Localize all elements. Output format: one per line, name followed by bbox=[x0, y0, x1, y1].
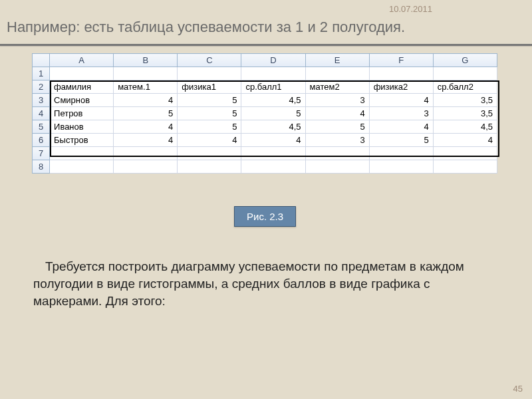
excel-table: A B C D E F G 1 2 фамилия матем.1 физика… bbox=[32, 53, 497, 174]
cell[interactable] bbox=[50, 147, 114, 160]
cell[interactable]: Быстров bbox=[50, 134, 114, 147]
table-row: 7 bbox=[33, 147, 497, 160]
cell[interactable] bbox=[178, 67, 241, 80]
table-row: 5 Иванов 4 5 4,5 5 4 4,5 bbox=[33, 120, 497, 134]
cell[interactable]: 4 bbox=[178, 134, 241, 147]
cell[interactable]: 5 bbox=[178, 120, 241, 134]
cell[interactable]: 4 bbox=[369, 120, 433, 134]
cell[interactable]: 3,5 bbox=[433, 94, 497, 107]
row-number[interactable]: 3 bbox=[33, 94, 50, 107]
cell[interactable]: Иванов bbox=[50, 120, 114, 134]
cell[interactable]: 3 bbox=[369, 107, 433, 120]
cell[interactable]: 4 bbox=[114, 94, 178, 107]
cell[interactable]: 4 bbox=[369, 94, 433, 107]
slide-date: 10.07.2011 bbox=[389, 4, 432, 14]
cell[interactable] bbox=[178, 160, 241, 174]
row-number[interactable]: 4 bbox=[33, 107, 50, 120]
cell[interactable] bbox=[369, 67, 433, 80]
cell[interactable]: 4 bbox=[114, 134, 178, 147]
cell[interactable] bbox=[178, 147, 241, 160]
cell[interactable]: 5 bbox=[178, 94, 241, 107]
cell[interactable]: 4,5 bbox=[241, 94, 305, 107]
cell[interactable]: 3,5 bbox=[433, 107, 497, 120]
row-number[interactable]: 5 bbox=[33, 120, 50, 134]
cell[interactable] bbox=[305, 147, 369, 160]
cell[interactable]: 3 bbox=[305, 134, 369, 147]
cell[interactable]: 5 bbox=[241, 107, 305, 120]
row-number[interactable]: 6 bbox=[33, 134, 50, 147]
cell[interactable]: 5 bbox=[369, 134, 433, 147]
col-header[interactable]: D bbox=[241, 54, 305, 67]
row-number[interactable]: 8 bbox=[33, 160, 50, 174]
cell[interactable] bbox=[305, 160, 369, 174]
page-number: 45 bbox=[513, 384, 523, 394]
cell[interactable] bbox=[241, 67, 305, 80]
cell[interactable]: физика2 bbox=[369, 80, 433, 94]
cell[interactable] bbox=[369, 160, 433, 174]
col-header[interactable]: G bbox=[433, 54, 497, 67]
cell[interactable] bbox=[241, 160, 305, 174]
table-row: 2 фамилия матем.1 физика1 ср.балл1 матем… bbox=[33, 80, 497, 94]
cell[interactable]: 4 bbox=[241, 134, 305, 147]
table-row: 1 bbox=[33, 67, 497, 80]
row-number[interactable]: 1 bbox=[33, 67, 50, 80]
cell[interactable]: 5 bbox=[114, 107, 178, 120]
col-header[interactable]: C bbox=[178, 54, 241, 67]
col-header[interactable]: B bbox=[114, 54, 178, 67]
col-header[interactable]: F bbox=[369, 54, 433, 67]
cell[interactable] bbox=[433, 147, 497, 160]
cell[interactable] bbox=[114, 160, 178, 174]
cell[interactable] bbox=[369, 147, 433, 160]
cell[interactable]: ср.балл1 bbox=[241, 80, 305, 94]
cell[interactable]: 5 bbox=[178, 107, 241, 120]
cell[interactable]: Смирнов bbox=[50, 94, 114, 107]
cell[interactable]: матем.1 bbox=[114, 80, 178, 94]
table-row: 3 Смирнов 4 5 4,5 3 4 3,5 bbox=[33, 94, 497, 107]
cell[interactable]: 4 bbox=[114, 120, 178, 134]
cell[interactable]: физика1 bbox=[178, 80, 241, 94]
table-row: 4 Петров 5 5 5 4 3 3,5 bbox=[33, 107, 497, 120]
body-text: Требуется построить диаграмму успеваемос… bbox=[33, 258, 472, 310]
cell[interactable]: 4,5 bbox=[433, 120, 497, 134]
cell[interactable]: 5 bbox=[305, 120, 369, 134]
table-row: 6 Быстров 4 4 4 3 5 4 bbox=[33, 134, 497, 147]
figure-caption: Рис. 2.3 bbox=[234, 206, 296, 227]
cell[interactable]: Петров bbox=[50, 107, 114, 120]
cell[interactable]: ср.балл2 bbox=[433, 80, 497, 94]
cell[interactable]: фамилия bbox=[50, 80, 114, 94]
cell[interactable]: 3 bbox=[305, 94, 369, 107]
cell[interactable]: 4 bbox=[433, 134, 497, 147]
cell[interactable] bbox=[433, 160, 497, 174]
col-header[interactable]: E bbox=[305, 54, 369, 67]
cell[interactable] bbox=[241, 147, 305, 160]
cell[interactable] bbox=[50, 160, 114, 174]
cell[interactable] bbox=[114, 147, 178, 160]
table-row: 8 bbox=[33, 160, 497, 174]
title-underline bbox=[0, 44, 532, 46]
cell[interactable] bbox=[305, 67, 369, 80]
cell[interactable]: 4,5 bbox=[241, 120, 305, 134]
cell[interactable] bbox=[50, 67, 114, 80]
slide-title: Например: есть таблица успеваемости за 1… bbox=[7, 19, 405, 36]
row-number[interactable]: 2 bbox=[33, 80, 50, 94]
col-header[interactable]: A bbox=[50, 54, 114, 67]
cell[interactable]: матем2 bbox=[305, 80, 369, 94]
cell[interactable] bbox=[433, 67, 497, 80]
cell[interactable]: 4 bbox=[305, 107, 369, 120]
cell[interactable] bbox=[114, 67, 178, 80]
corner-cell[interactable] bbox=[33, 54, 50, 67]
row-number[interactable]: 7 bbox=[33, 147, 50, 160]
